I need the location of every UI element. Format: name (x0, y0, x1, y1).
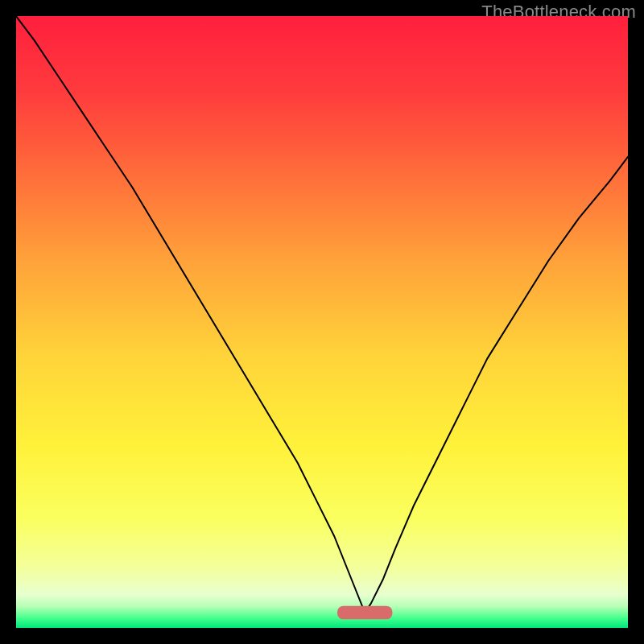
svg-rect-1 (337, 606, 392, 620)
chart-svg (16, 16, 628, 628)
chart-frame: TheBottleneck.com (0, 0, 644, 644)
bottleneck-chart (16, 16, 628, 628)
svg-rect-0 (16, 16, 628, 628)
